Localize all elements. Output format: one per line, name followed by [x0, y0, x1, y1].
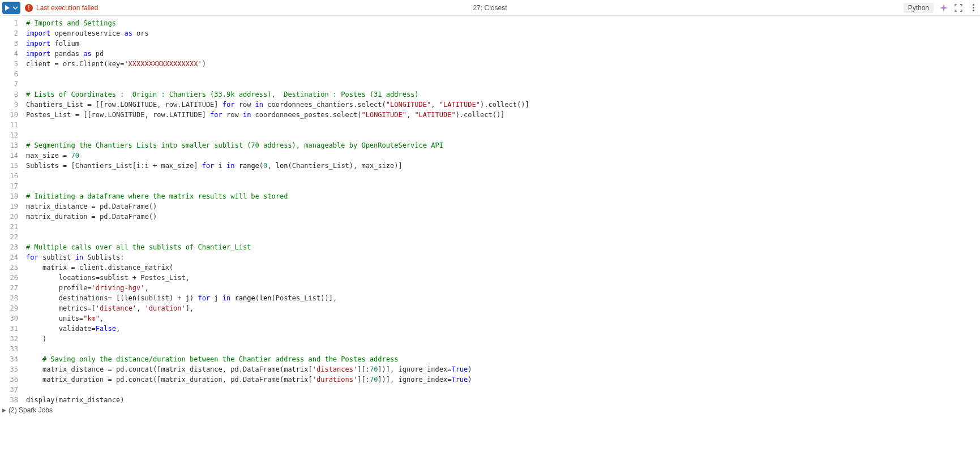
cell-title: 27: Closest	[473, 4, 507, 12]
spark-jobs-label[interactable]: (2) Spark Jobs	[8, 406, 53, 414]
code-line[interactable]	[26, 385, 980, 395]
code-line[interactable]: locations=sublist + Postes_List,	[26, 273, 980, 283]
code-line[interactable]: # Saving only the distance/duration betw…	[26, 354, 980, 364]
code-line[interactable]: validate=False,	[26, 324, 980, 334]
play-icon	[5, 5, 10, 11]
more-menu-icon[interactable]	[969, 4, 978, 11]
code-line[interactable]	[26, 69, 980, 79]
code-line[interactable]: Chantiers_List = [[row.LONGITUDE, row.LA…	[26, 100, 980, 110]
code-line[interactable]: # Multiple calls over all the sublists o…	[26, 242, 980, 252]
code-line[interactable]: units="km",	[26, 313, 980, 324]
line-gutter: 1234567891011121314151617181920212223242…	[0, 18, 26, 405]
code-line[interactable]: Sublists = [Chantiers_List[i:i + max_siz…	[26, 161, 980, 171]
code-line[interactable]: # Initiating a dataframe where the matri…	[26, 191, 980, 201]
code-line[interactable]	[26, 171, 980, 181]
code-line[interactable]: display(matrix_distance)	[26, 395, 980, 405]
toolbar-right: Python	[904, 3, 978, 13]
code-line[interactable]: matrix_duration = pd.concat([matrix_dura…	[26, 374, 980, 385]
language-badge[interactable]: Python	[904, 3, 934, 13]
error-icon: !	[25, 4, 33, 12]
code-line[interactable]	[26, 222, 980, 232]
code-line[interactable]: matrix_distance = pd.concat([matrix_dist…	[26, 364, 980, 374]
code-line[interactable]: # Lists of Coordinates : Origin : Chanti…	[26, 89, 980, 100]
cell-toolbar: ! Last execution failed 27: Closest Pyth…	[0, 0, 980, 16]
code-line[interactable]: matrix_duration = pd.DataFrame()	[26, 212, 980, 222]
chevron-down-icon	[12, 5, 18, 11]
code-line[interactable]	[26, 120, 980, 130]
code-content[interactable]: # Imports and Settingsimport openroutese…	[26, 18, 980, 405]
ai-assist-icon[interactable]	[939, 3, 948, 12]
cell-footer[interactable]: ▶ (2) Spark Jobs	[0, 405, 980, 415]
code-line[interactable]: import folium	[26, 38, 980, 49]
code-line[interactable]: matrix = client.distance_matrix(	[26, 262, 980, 273]
code-line[interactable]: )	[26, 334, 980, 344]
code-line[interactable]: client = ors.Client(key='XXXXXXXXXXXXXXX…	[26, 59, 980, 69]
code-line[interactable]: destinations= [(len(sublist) + j) for j …	[26, 293, 980, 303]
code-line[interactable]: profile='driving-hgv',	[26, 283, 980, 293]
run-button[interactable]	[2, 2, 20, 14]
code-line[interactable]: max_size = 70	[26, 150, 980, 161]
code-line[interactable]	[26, 344, 980, 354]
code-line[interactable]: # Imports and Settings	[26, 18, 980, 28]
code-line[interactable]	[26, 130, 980, 140]
code-line[interactable]: # Segmenting the Chantiers Lists into sm…	[26, 140, 980, 150]
code-line[interactable]	[26, 79, 980, 89]
code-line[interactable]: import pandas as pd	[26, 49, 980, 59]
expand-triangle-icon[interactable]: ▶	[2, 407, 6, 413]
code-line[interactable]: import openrouteservice as ors	[26, 28, 980, 38]
error-text: Last execution failed	[36, 4, 98, 12]
code-line[interactable]: matrix_distance = pd.DataFrame()	[26, 201, 980, 212]
code-line[interactable]: metrics=['distance', 'duration'],	[26, 303, 980, 313]
code-line[interactable]: for sublist in Sublists:	[26, 252, 980, 262]
code-editor[interactable]: 1234567891011121314151617181920212223242…	[0, 16, 980, 405]
code-line[interactable]	[26, 181, 980, 191]
expand-icon[interactable]	[954, 3, 963, 12]
code-line[interactable]	[26, 232, 980, 242]
code-line[interactable]: Postes_List = [[row.LONGITUDE, row.LATIT…	[26, 110, 980, 120]
